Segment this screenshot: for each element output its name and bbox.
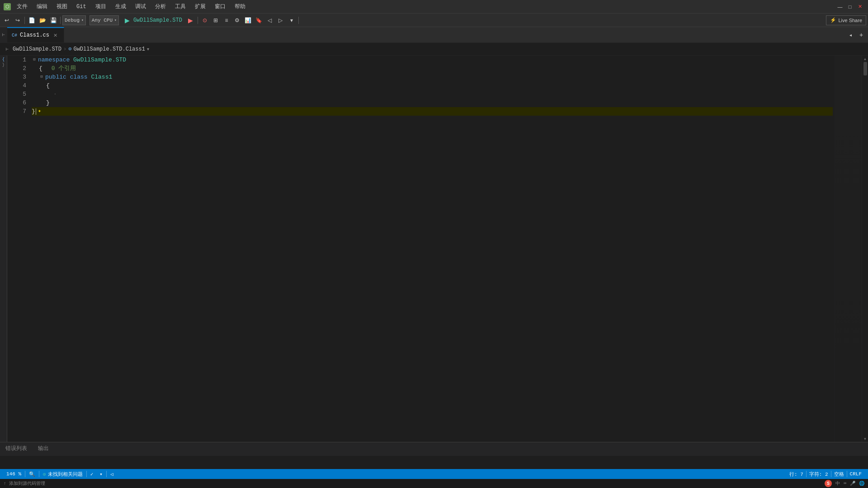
no-issues-indicator[interactable]: ⊙ 未找到相关问题 [40,469,85,479]
status-bar: 146 % 🔍 ⊙ 未找到相关问题 ✓ ▾ ◁ 行: 7 字符: 2 空格 CR [0,469,868,479]
dropdown-arrow-btn[interactable]: ▾ [97,469,105,479]
menu-window[interactable]: 窗口 [212,2,229,12]
indent-status[interactable]: 空格 [831,471,847,478]
network-icon: 🌐 [859,481,864,486]
menu-git[interactable]: Git [73,2,90,12]
menu-extensions[interactable]: 扩展 [192,2,209,12]
debug-config-label: Debug [65,18,80,23]
keyboard-icon: ⌨ [844,481,846,486]
toolbar-separator4 [298,17,299,24]
run-button[interactable]: ▶ [123,15,132,25]
close-button[interactable]: ✕ [855,2,864,11]
line-numbers: 1 2 3 4 5 6 7 [7,56,30,442]
tray-network[interactable]: 🌐 [859,481,864,486]
fold-icon-1[interactable]: ⊟ [32,57,37,63]
toolbar: ↩ ↪ 📄 📂 💾 Debug ▾ Any CPU ▾ ▶ GwDllSampl… [0,14,868,27]
check-icon-btn[interactable]: ✓ [88,469,96,479]
menu-tools[interactable]: 工具 [172,2,189,12]
line-ending-status[interactable]: CRLF [847,471,864,477]
breadcrumb-member-icon: ⊙ [68,46,71,52]
system-tray: ↑ 添加到源代码管理 S 中 ⌨ 🎤 🌐 [0,479,868,488]
namespace-name: GwDllSample.STD [73,56,126,64]
source-control-label[interactable]: ↑ 添加到源代码管理 [4,480,45,487]
code-area[interactable]: ⊟ namespace GwDllSample.STD { 0 个引用 ⊟ pu… [30,56,835,442]
line-number-status[interactable]: 行: 7 [787,471,806,478]
breadcrumb-project[interactable]: GwDllSample.STD [13,46,61,52]
tray-lang[interactable]: 中 [835,480,840,487]
toolbar-separator2 [60,17,61,24]
run-project-label: GwDllSample.STD [133,17,182,23]
line5-content: · [53,90,57,99]
breadcrumb-member[interactable]: GwDllSample.STD.Class1 [73,46,145,52]
char-number-status[interactable]: 字符: 2 [807,471,831,478]
menu-analyze[interactable]: 分析 [152,2,169,12]
breadcrumb-sep1: › [63,46,66,52]
menu-help[interactable]: 帮助 [231,2,249,12]
cpu-config-dropdown[interactable]: Any CPU ▾ [90,15,119,25]
team-explorer-button[interactable]: ⚙ [232,15,242,25]
scroll-btn[interactable]: ◁ [108,469,116,479]
nav-forward-button[interactable]: ▷ [276,15,286,25]
scrollbar[interactable]: ▲ ▼ [862,56,868,442]
scroll-up-button[interactable]: ▲ [862,56,868,62]
zoom-value: 146 % [6,471,21,477]
tray-s-badge[interactable]: S [825,480,832,487]
tray-mic[interactable]: 🎤 [850,481,855,486]
tab-close-button[interactable]: ✕ [52,32,59,39]
scrollbar-track[interactable] [862,62,868,436]
solution-explorer-button[interactable]: ⊞ [211,15,221,25]
title-bar: ⬡ 文件 编辑 视图 Git 项目 生成 调试 分析 工具 扩展 窗口 帮助 —… [0,0,868,14]
open-brace-2: { [46,81,50,90]
open-button[interactable]: 📂 [38,15,47,25]
debug-config-arrow: ▾ [81,18,84,22]
bottom-tab-output[interactable]: 输出 [33,442,54,455]
menu-view[interactable]: 视图 [53,2,71,12]
new-tab-button[interactable]: + [856,30,866,40]
tab-cs-icon: C# [12,33,17,38]
zoom-level[interactable]: 146 % [4,469,24,479]
zoom-icon-btn[interactable]: 🔍 [26,469,38,479]
diagnostics-button[interactable]: 📊 [243,15,253,25]
menu-file[interactable]: 文件 [14,2,31,12]
toolbar-separator [24,17,25,24]
tab-class1cs[interactable]: C# Class1.cs ✕ [7,27,64,42]
save-button[interactable]: 💾 [48,15,58,25]
sidebar-toggle[interactable]: ⊢ [0,27,7,42]
bottom-panel-tabs: 错误列表 输出 [0,442,868,455]
undo-button[interactable]: ↩ [2,15,12,25]
debug-config-dropdown[interactable]: Debug ▾ [62,15,86,25]
nav-back-button[interactable]: ◁ [265,15,275,25]
close-brace-2: } [32,107,35,116]
scrollbar-thumb[interactable] [863,62,867,75]
scroll-down-button[interactable]: ▼ [862,436,868,442]
status-sep2 [39,471,39,477]
keyword-public: public [45,73,66,81]
nav-dropdown-button[interactable]: ▾ [287,15,297,25]
toolbar-separator3 [198,17,198,24]
menu-edit[interactable]: 编辑 [33,2,51,12]
run-button2[interactable]: ▶ [186,15,196,25]
fold-icon-3[interactable]: ⊟ [39,75,44,80]
breadcrumb-bar: ⊢ GwDllSample.STD › ⊙ GwDllSample.STD.Cl… [0,43,868,56]
attach-button[interactable]: ⊙ [200,15,210,25]
editor[interactable]: 1 2 3 4 5 6 7 ⊟ namespace GwDllSample.ST… [7,56,862,442]
line-ending-label: CRLF [850,471,862,477]
live-share-button[interactable]: ⚡ Live Share [826,15,866,25]
properties-button[interactable]: ≡ [222,15,231,25]
bookmark-button[interactable]: 🔖 [254,15,264,25]
new-project-button[interactable]: 📄 [27,15,37,25]
menu-project[interactable]: 项目 [92,2,109,12]
tray-keyboard[interactable]: ⌨ [844,481,846,486]
tab-list-button[interactable]: ◂ [845,30,855,40]
redo-button[interactable]: ↪ [13,15,23,25]
cpu-config-label: Any CPU [92,18,113,23]
code-line-7: } ✦ [32,107,833,116]
breadcrumb-dropdown-button[interactable]: ▾ [147,47,149,52]
class-name-class1: Class1 [91,73,112,81]
checkmark-icon: ⊙ [43,471,46,477]
menu-debug[interactable]: 调试 [132,2,149,12]
menu-build[interactable]: 生成 [112,2,129,12]
bottom-tab-errors[interactable]: 错误列表 [0,442,33,455]
minimize-button[interactable]: — [835,2,844,11]
maximize-button[interactable]: □ [845,2,854,11]
